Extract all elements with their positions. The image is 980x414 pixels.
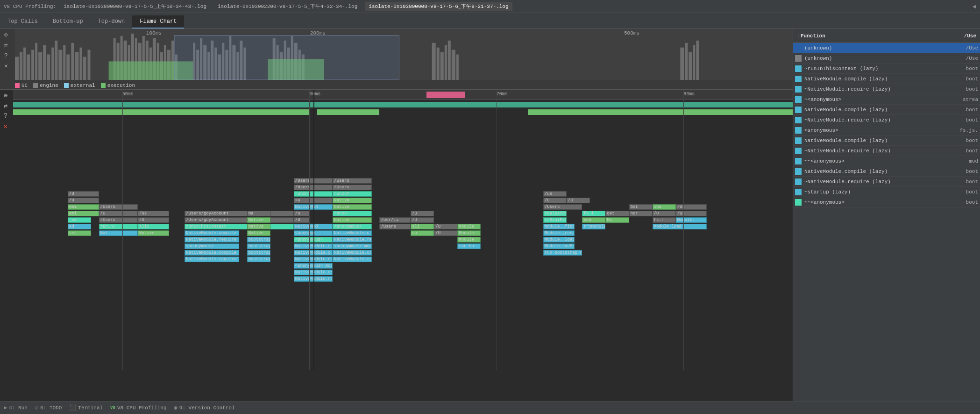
block-u-1[interactable]: /U xyxy=(68,191,99,197)
block-no[interactable]: no xyxy=(411,230,434,236)
block-emi-1[interactable]: emi xyxy=(68,204,99,210)
block-nativemodule-compile[interactable]: NativeModule.compile xyxy=(185,230,239,236)
block-anon-right-2[interactable]: <anonymous> xyxy=(333,224,371,229)
help-icon[interactable]: ? xyxy=(2,51,10,60)
block-runinthis[interactable]: runInThisContext xyxy=(185,224,294,229)
block-us-right-2[interactable]: /Us xyxy=(676,204,707,210)
block-u-col[interactable]: /u xyxy=(294,211,309,216)
block-module-2[interactable]: Module xyxy=(457,230,481,236)
function-item-15[interactable]: ~~<anonymous> boot xyxy=(793,197,980,207)
transform-icon[interactable]: ⇄ xyxy=(0,101,11,110)
zoom-in-icon[interactable]: ⊕ xyxy=(0,91,11,100)
block-fs-r[interactable]: fs.r xyxy=(653,217,676,223)
block-usrli[interactable]: /usr/li xyxy=(379,217,411,223)
block-nativemod-compile-right[interactable]: NativeModule.compile b xyxy=(333,250,371,256)
block-u-right-2[interactable]: /U xyxy=(567,198,590,203)
block-na[interactable]: Na xyxy=(247,211,270,216)
status-terminal[interactable]: ⬛ Terminal xyxy=(69,404,103,411)
help-flame-icon[interactable]: ? xyxy=(0,111,11,121)
block-u-49-1[interactable]: /U xyxy=(411,211,434,216)
drag-handle[interactable]: ⋮ xyxy=(797,33,801,39)
block-anon-right[interactable]: <anon xyxy=(333,211,371,216)
function-item-13[interactable]: ~NativeModule.require (lazy) boot xyxy=(793,177,980,187)
function-item-1[interactable]: (unknown) /Use xyxy=(793,53,980,64)
block-users-usrli[interactable]: /Users xyxy=(379,224,411,229)
block-nor[interactable]: nor xyxy=(629,211,653,216)
block-bootstrap-1[interactable]: bootstrap_no xyxy=(247,237,270,243)
block-users-right-2[interactable]: /Users xyxy=(333,185,371,190)
block-runmain[interactable]: Module.runMain module.js:6 xyxy=(543,243,575,249)
flame-content[interactable]: /U /U emi emi _ad ad set /Users /U /User… xyxy=(13,100,793,401)
tab-log-3[interactable]: isolate-0x103800000-v8-17-5-6_下午9-21-37-… xyxy=(365,2,512,11)
block-emi-2[interactable]: emi xyxy=(68,211,99,216)
block-native-right-3[interactable]: Native xyxy=(333,217,371,223)
function-item-9[interactable]: NativeModule.compile (lazy) boot xyxy=(793,136,980,146)
function-item-11[interactable]: ~~<anonymous> mod xyxy=(793,156,980,166)
function-item-7[interactable]: ~NativeModule.require (lazy) boot xyxy=(793,115,980,125)
block-slic[interactable]: slic xyxy=(138,224,169,229)
block-get[interactable]: get xyxy=(605,211,629,216)
block-bootstrap-4[interactable]: bootstrap_no xyxy=(247,257,270,262)
tab-log-2[interactable]: isolate-0x103002200-v8-17-5-5_下午4-32-34-… xyxy=(214,2,361,11)
block-cha[interactable]: cha xyxy=(653,204,676,210)
tab-scroll-arrow[interactable]: ◀ xyxy=(973,2,976,10)
block-us-85[interactable]: /Us xyxy=(676,211,707,216)
block-users-right-1[interactable]: /Users xyxy=(333,178,371,184)
block-nat-2[interactable]: Native xyxy=(138,230,169,236)
block-bootstrap-3[interactable]: bootstrap_no xyxy=(247,250,270,256)
block-fsl[interactable]: fs.l xyxy=(582,211,605,216)
block-u-54-2[interactable]: /U xyxy=(434,230,457,236)
close-icon[interactable]: ✕ xyxy=(2,62,10,70)
tab-log-1[interactable]: isolate-0x103800000-v8-17-5-5_上午10-34-43… xyxy=(60,2,210,11)
block-bootstrap-2[interactable]: bootstrap_no xyxy=(247,243,270,249)
block-nativemod-r-right[interactable]: NativeModule.re xyxy=(333,237,371,243)
overview-canvas[interactable]: 100ms 200ms 500ms xyxy=(15,29,793,80)
block-nativemod-c-right[interactable]: NativeModule.c xyxy=(333,230,371,236)
block-realpathsync[interactable]: realpathSync xyxy=(543,211,567,216)
close-flame-icon[interactable]: ✕ xyxy=(0,121,11,131)
function-item-6[interactable]: NativeModule.compile (lazy) boot xyxy=(793,105,980,115)
layout-icon[interactable]: ⇄ xyxy=(2,41,10,50)
block-module-j[interactable]: Module xyxy=(457,237,481,243)
block-gcy-2[interactable]: /Users/gcyAccount xyxy=(185,217,294,223)
block-get-2[interactable]: Get xyxy=(629,204,653,210)
block-native-1[interactable]: Native xyxy=(247,217,270,223)
block-u-2[interactable]: /U xyxy=(68,198,99,203)
block-u-49-2[interactable]: /U xyxy=(411,217,434,223)
block-ad[interactable]: _ad xyxy=(68,217,91,223)
block-module-load-412[interactable]: Module._load module.js:412: xyxy=(543,237,575,243)
block-sli[interactable]: sli xyxy=(411,224,434,229)
block-nativemod-require-right[interactable]: NativeModule.require b xyxy=(333,257,371,262)
block-u-right-1[interactable]: /U xyxy=(543,198,567,203)
function-item-12[interactable]: NativeModule.compile (lazy) boot xyxy=(793,166,980,177)
status-v8[interactable]: V8 V8 CPU Profiling xyxy=(110,405,166,411)
block-ad2[interactable]: ad xyxy=(68,224,91,229)
block-anon-module-right[interactable]: <anonymous> module.j xyxy=(333,243,371,249)
function-item-3[interactable]: NativeModule.compile (lazy) boot xyxy=(793,74,980,84)
block-u-54[interactable]: /U xyxy=(434,224,457,229)
status-run[interactable]: ▶ 4: Run xyxy=(4,404,28,411)
zoom-icon[interactable]: ⊕ xyxy=(2,31,10,39)
block-set[interactable]: set xyxy=(68,230,91,236)
status-todo[interactable]: ☑ 6: TODO xyxy=(35,404,62,411)
block-nativemod-compile2[interactable]: NativeModule.compile xyxy=(185,250,239,256)
tab-bottom-up[interactable]: Bottom-up xyxy=(45,15,91,29)
block-u-col2[interactable]: /U xyxy=(294,217,309,223)
block-mo-right[interactable]: Mo xyxy=(605,217,629,223)
block-runint-right[interactable]: runInT xyxy=(333,191,371,197)
block-module-resolve[interactable]: Module._resolve xyxy=(543,230,575,236)
tab-flame-chart[interactable]: Flame Chart xyxy=(132,15,184,29)
function-item-4[interactable]: ~NativeModule.require (lazy) boot xyxy=(793,84,980,94)
block-u-users[interactable]: /U xyxy=(99,211,138,216)
function-item-10[interactable]: ~NativeModule.require (lazy) boot xyxy=(793,146,980,156)
block-users-right-3[interactable]: /Users xyxy=(543,204,582,210)
block-torealpath[interactable]: toRealPath xyxy=(543,217,567,223)
block-module-findpat[interactable]: Module._findPat xyxy=(543,224,575,229)
block-us-right[interactable]: /us xyxy=(543,191,567,197)
function-item-8[interactable]: <anonymous> fs.js. xyxy=(793,125,980,136)
block-u-3[interactable]: /U xyxy=(138,217,169,223)
block-nat-1[interactable]: Nat xyxy=(99,230,138,236)
function-item-2[interactable]: ~runInThisContext (lazy) boot xyxy=(793,64,980,74)
block-module-dot[interactable]: Module. xyxy=(676,217,707,223)
block-run-bo[interactable]: run bo xyxy=(457,243,481,249)
